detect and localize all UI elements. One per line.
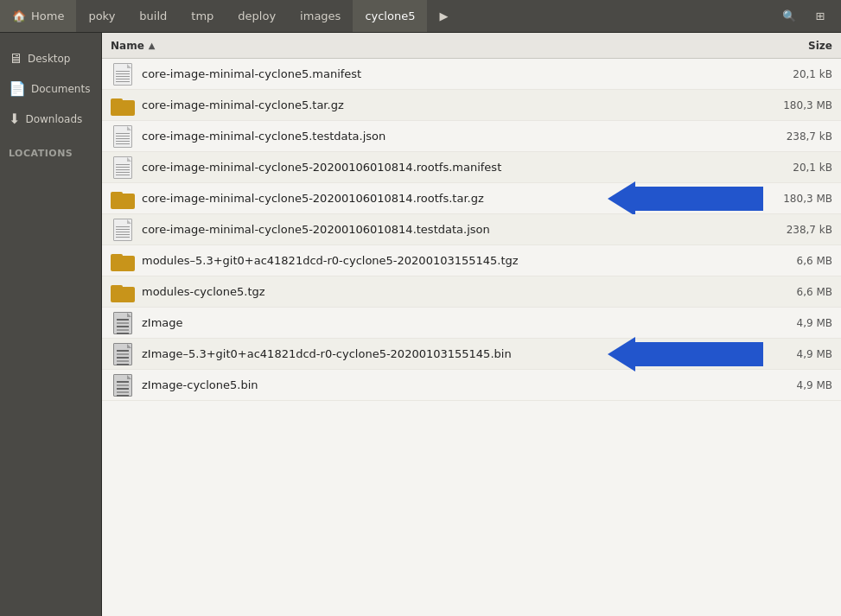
file-icon (111, 218, 135, 242)
file-size: 6,6 MB (763, 286, 832, 298)
grid-icon: ⊞ (816, 10, 825, 22)
table-row[interactable]: core-image-minimal-cyclone5-202001060108… (102, 214, 841, 245)
locations-section-label: Locations (0, 134, 101, 162)
home-button[interactable]: 🏠 Home (0, 0, 76, 32)
file-name: zImage (142, 316, 763, 329)
file-size: 238,7 kB (763, 224, 832, 236)
file-name: modules–5.3+git0+ac41821dcd-r0-cyclone5-… (142, 254, 763, 267)
desktop-icon: 🖥 (9, 50, 22, 67)
topbar-actions: 🔍 ⊞ (768, 4, 841, 29)
search-button[interactable]: 🔍 (775, 4, 803, 29)
file-size: 180,3 MB (763, 193, 832, 205)
table-row[interactable]: core-image-minimal-cyclone5.manifest20,1… (102, 59, 841, 90)
grid-view-button[interactable]: ⊞ (806, 4, 834, 29)
breadcrumb-cyclone5[interactable]: cyclone5 (353, 0, 427, 32)
file-icon (111, 187, 135, 211)
file-name: core-image-minimal-cyclone5.testdata.jso… (142, 130, 763, 143)
table-row[interactable]: core-image-minimal-cyclone5.tar.gz180,3 … (102, 90, 841, 121)
file-size: 4,9 MB (763, 379, 832, 391)
file-name: core-image-minimal-cyclone5-202001060108… (142, 161, 763, 174)
file-icon (111, 124, 135, 149)
file-icon (111, 280, 135, 304)
sidebar-item-desktop[interactable]: 🖥 Desktop (0, 43, 101, 73)
more-icon: ▶ (439, 10, 448, 22)
more-breadcrumbs-button[interactable]: ▶ (427, 0, 460, 32)
file-size: 6,6 MB (763, 255, 832, 267)
file-name: modules-cyclone5.tgz (142, 285, 763, 298)
main-area: 🖥 Desktop 📄 Documents ⬇ Downloads Locati… (0, 33, 841, 616)
topbar: 🏠 Home poky build tmp deploy images cycl… (0, 0, 841, 33)
file-size: 20,1 kB (763, 68, 832, 80)
file-icon (111, 62, 135, 86)
file-icon (111, 93, 135, 117)
file-name: core-image-minimal-cyclone5-202001060108… (142, 223, 763, 236)
file-icon (111, 156, 135, 180)
file-icon (111, 311, 135, 335)
file-name: core-image-minimal-cyclone5-202001060108… (142, 192, 763, 205)
table-row[interactable]: modules-cyclone5.tgz6,6 MB (102, 276, 841, 308)
table-row[interactable]: core-image-minimal-cyclone5-202001060108… (102, 183, 841, 214)
documents-icon: 📄 (9, 80, 26, 97)
sidebar-item-downloads[interactable]: ⬇ Downloads (0, 104, 101, 134)
breadcrumb-deploy[interactable]: deploy (226, 0, 288, 32)
table-row[interactable]: core-image-minimal-cyclone5.testdata.jso… (102, 121, 841, 152)
file-size: 20,1 kB (763, 162, 832, 174)
sidebar: 🖥 Desktop 📄 Documents ⬇ Downloads Locati… (0, 33, 102, 616)
file-name: zImage–5.3+git0+ac41821dcd-r0-cyclone5-2… (142, 347, 763, 360)
breadcrumb-tmp[interactable]: tmp (179, 0, 226, 32)
file-size: 4,9 MB (763, 317, 832, 329)
name-column-header[interactable]: Name ▲ (111, 40, 763, 52)
breadcrumb-poky[interactable]: poky (76, 0, 127, 32)
sort-arrow: ▲ (149, 41, 156, 50)
table-row[interactable]: zImage4,9 MB (102, 308, 841, 339)
table-row[interactable]: modules–5.3+git0+ac41821dcd-r0-cyclone5-… (102, 245, 841, 276)
size-column-header[interactable]: Size (763, 40, 832, 52)
downloads-icon: ⬇ (9, 111, 20, 127)
file-panel: Name ▲ Size core-image-minimal-cyclone5.… (102, 33, 841, 616)
home-label: Home (31, 10, 64, 22)
file-name: zImage-cyclone5.bin (142, 378, 763, 391)
sidebar-label-desktop: Desktop (28, 53, 71, 65)
breadcrumb-build[interactable]: build (127, 0, 179, 32)
sidebar-label-documents: Documents (31, 83, 90, 95)
file-icon (111, 342, 135, 366)
table-row[interactable]: core-image-minimal-cyclone5-202001060108… (102, 152, 841, 183)
file-icon (111, 373, 135, 397)
column-header: Name ▲ Size (102, 33, 841, 59)
table-row[interactable]: zImage–5.3+git0+ac41821dcd-r0-cyclone5-2… (102, 339, 841, 370)
file-name: core-image-minimal-cyclone5.manifest (142, 67, 763, 80)
sidebar-item-documents[interactable]: 📄 Documents (0, 73, 101, 104)
file-list: core-image-minimal-cyclone5.manifest20,1… (102, 59, 841, 616)
file-size: 4,9 MB (763, 348, 832, 360)
file-size: 238,7 kB (763, 130, 832, 143)
sidebar-label-downloads: Downloads (25, 113, 82, 125)
search-icon: 🔍 (782, 10, 796, 22)
table-row[interactable]: zImage-cyclone5.bin4,9 MB (102, 370, 841, 401)
breadcrumb-images[interactable]: images (288, 0, 353, 32)
file-name: core-image-minimal-cyclone5.tar.gz (142, 98, 763, 111)
home-icon: 🏠 (12, 10, 26, 22)
file-size: 180,3 MB (763, 99, 832, 111)
file-icon (111, 249, 135, 273)
